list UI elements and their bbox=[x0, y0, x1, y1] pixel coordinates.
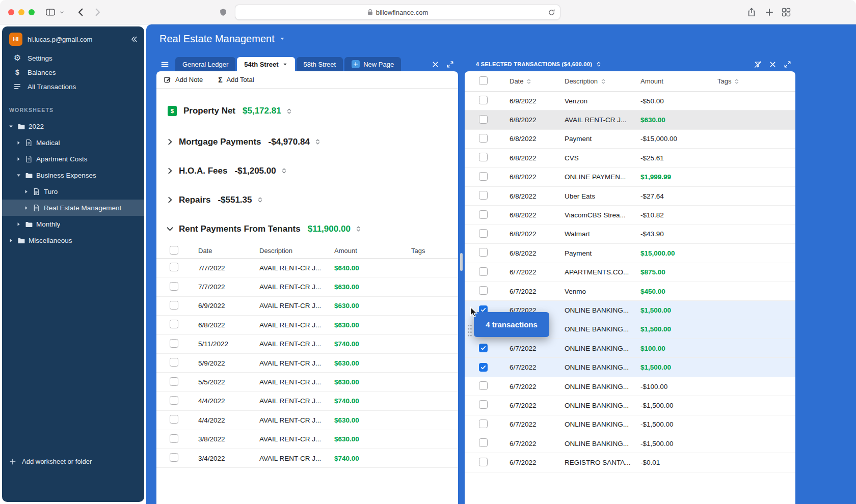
sidebar-item-medical[interactable]: Medical bbox=[2, 134, 144, 151]
transaction-row[interactable]: 7/7/2022AVAIL RENT-CR J...$640.00 bbox=[156, 259, 458, 277]
add-total-button[interactable]: Σ Add Total bbox=[218, 76, 254, 83]
transaction-row[interactable]: 6/7/2022ONLINE BANKING...-$1,500.00 bbox=[465, 434, 795, 453]
sidebar-toggle-icon[interactable] bbox=[46, 8, 55, 17]
sort-stepper-icon[interactable] bbox=[734, 78, 740, 85]
transaction-row[interactable]: 7/7/2022AVAIL RENT-CR J...$630.00 bbox=[156, 277, 458, 296]
select-all-checkbox[interactable] bbox=[479, 76, 488, 85]
transaction-row[interactable]: 4/4/2022AVAIL RENT-CR J...$740.00 bbox=[156, 392, 458, 411]
select-all-checkbox[interactable] bbox=[170, 246, 178, 255]
row-checkbox[interactable] bbox=[479, 363, 488, 372]
row-checkbox[interactable] bbox=[170, 453, 178, 462]
row-checkbox[interactable] bbox=[479, 400, 488, 409]
expand-panel-icon[interactable] bbox=[784, 61, 791, 68]
chevron-down-icon[interactable] bbox=[59, 10, 65, 15]
chevron-collapsed-icon[interactable] bbox=[16, 221, 21, 227]
row-checkbox[interactable] bbox=[479, 344, 488, 352]
sidebar-item-all-transactions[interactable]: All Transactions bbox=[2, 79, 144, 94]
transaction-row[interactable]: 6/8/2022Walmart-$43.90 bbox=[465, 225, 795, 244]
transaction-row[interactable]: 6/8/2022ViacomCBS Strea...-$10.82 bbox=[465, 206, 795, 225]
row-checkbox[interactable] bbox=[170, 434, 178, 443]
chevron-collapsed-icon[interactable] bbox=[23, 189, 29, 194]
shield-icon[interactable] bbox=[219, 8, 227, 16]
transaction-row[interactable]: 6/7/2022REGISTRO SANTA...-$0.01 bbox=[465, 453, 795, 472]
transaction-row[interactable]: 3/8/2022AVAIL RENT-CR J...$630.00 bbox=[156, 430, 458, 449]
row-checkbox[interactable] bbox=[479, 458, 488, 466]
share-icon[interactable] bbox=[747, 8, 756, 17]
sidebar-item-settings[interactable]: ⚙Settings bbox=[2, 51, 144, 65]
transaction-row[interactable]: 5/5/2022AVAIL RENT-CR J...$630.00 bbox=[156, 373, 458, 391]
row-checkbox[interactable] bbox=[170, 415, 178, 424]
tab-overview-icon[interactable] bbox=[782, 8, 791, 17]
row-checkbox[interactable] bbox=[479, 96, 488, 104]
sidebar-item-real-estate-management[interactable]: Real Estate Management bbox=[2, 200, 144, 216]
ledger-group-repairs[interactable]: Repairs-$551.35 bbox=[156, 185, 458, 214]
sort-stepper-icon[interactable] bbox=[281, 167, 287, 174]
row-checkbox[interactable] bbox=[479, 381, 488, 390]
transaction-row[interactable]: 6/8/2022CVS-$25.61 bbox=[465, 149, 795, 167]
tab-new-page[interactable]: New Page bbox=[344, 57, 401, 71]
row-checkbox[interactable] bbox=[479, 115, 488, 124]
column-header-date[interactable]: Date bbox=[510, 77, 565, 85]
chevron-right-icon[interactable] bbox=[166, 167, 174, 175]
row-checkbox[interactable] bbox=[170, 263, 178, 271]
sidebar-item-miscellaneous[interactable]: Miscellaneous bbox=[2, 232, 144, 248]
sort-stepper-icon[interactable] bbox=[526, 78, 532, 85]
add-note-button[interactable]: Add Note bbox=[164, 76, 203, 83]
row-checkbox[interactable] bbox=[479, 134, 488, 143]
chevron-down-icon[interactable] bbox=[166, 225, 174, 233]
sort-stepper-icon[interactable] bbox=[257, 197, 263, 203]
transaction-row[interactable]: 6/8/2022Payment$15,000.00 bbox=[465, 244, 795, 263]
ledger-group-rent-payments-from-tenants[interactable]: Rent Payments From Tenants$11,900.00 bbox=[156, 214, 458, 243]
sort-stepper-icon[interactable] bbox=[314, 138, 321, 145]
row-checkbox[interactable] bbox=[170, 320, 178, 328]
row-checkbox[interactable] bbox=[479, 248, 488, 257]
close-window-button[interactable] bbox=[8, 9, 14, 15]
page-title[interactable]: Real Estate Management bbox=[159, 32, 285, 46]
row-checkbox[interactable] bbox=[479, 172, 488, 181]
row-checkbox[interactable] bbox=[170, 339, 178, 348]
sidebar-item-2022[interactable]: 2022 bbox=[2, 118, 144, 134]
transaction-row[interactable]: 4/4/2022AVAIL RENT-CR J...$630.00 bbox=[156, 411, 458, 430]
row-checkbox[interactable] bbox=[170, 377, 178, 386]
transaction-row[interactable]: 6/9/2022AVAIL RENT-CR J...$630.00 bbox=[156, 297, 458, 316]
row-checkbox[interactable] bbox=[479, 267, 488, 276]
sidebar-item-apartment-costs[interactable]: Apartment Costs bbox=[2, 151, 144, 167]
ledger-group-mortgage-payments[interactable]: Mortgage Payments-$4,970.84 bbox=[156, 127, 458, 156]
chevron-expanded-icon[interactable] bbox=[8, 124, 14, 129]
add-worksheet-button[interactable]: Add worksheet or folder bbox=[9, 458, 92, 465]
transaction-row[interactable]: 5/9/2022AVAIL RENT-CR J...$630.00 bbox=[156, 354, 458, 373]
tab-54th-street[interactable]: 54th Street bbox=[237, 57, 295, 71]
sidebar-item-monthly[interactable]: Monthly bbox=[2, 216, 144, 232]
expand-panel-icon[interactable] bbox=[446, 61, 454, 68]
tab-58th-street[interactable]: 58th Street bbox=[297, 57, 343, 71]
sort-stepper-icon[interactable] bbox=[596, 61, 602, 67]
row-checkbox[interactable] bbox=[479, 191, 488, 200]
row-checkbox[interactable] bbox=[479, 229, 488, 238]
chevron-right-icon[interactable] bbox=[166, 196, 174, 204]
row-checkbox[interactable] bbox=[479, 438, 488, 447]
chevron-collapsed-icon[interactable] bbox=[16, 156, 21, 162]
refresh-icon[interactable] bbox=[548, 9, 555, 16]
property-net-row[interactable]: $ Property Net $5,172.81 bbox=[156, 100, 458, 122]
sort-stepper-icon[interactable] bbox=[286, 108, 292, 115]
transaction-row[interactable]: 6/7/2022ONLINE BANKING...-$1,500.00 bbox=[465, 415, 795, 434]
sidebar-item-business-expenses[interactable]: Business Expenses bbox=[2, 167, 144, 183]
transaction-row[interactable]: 5/11/2022AVAIL RENT-CR J...$740.00 bbox=[156, 335, 458, 354]
new-tab-icon[interactable] bbox=[765, 8, 774, 17]
close-panel-icon[interactable] bbox=[769, 61, 777, 68]
drag-handle-icon[interactable] bbox=[467, 324, 473, 337]
transaction-row[interactable]: 6/8/2022Payment-$15,000.00 bbox=[465, 130, 795, 149]
transaction-row[interactable]: 6/7/2022ONLINE BANKING...-$100.00 bbox=[465, 377, 795, 396]
row-checkbox[interactable] bbox=[170, 301, 178, 310]
transaction-row[interactable]: 3/4/2022AVAIL RENT-CR J...$740.00 bbox=[156, 449, 458, 468]
chevron-collapsed-icon[interactable] bbox=[23, 205, 29, 211]
transaction-row[interactable]: 6/7/2022Venmo$450.00 bbox=[465, 282, 795, 301]
sidebar-item-balances[interactable]: $Balances bbox=[2, 65, 144, 79]
row-checkbox[interactable] bbox=[170, 282, 178, 291]
chevron-collapsed-icon[interactable] bbox=[8, 238, 14, 243]
tab-general-ledger[interactable]: General Ledger bbox=[175, 57, 235, 71]
zoom-window-button[interactable] bbox=[29, 9, 35, 15]
filter-off-icon[interactable] bbox=[754, 61, 762, 68]
transaction-row[interactable]: 6/9/2022Verizon-$50.00 bbox=[465, 92, 795, 110]
close-panel-icon[interactable] bbox=[432, 61, 439, 68]
